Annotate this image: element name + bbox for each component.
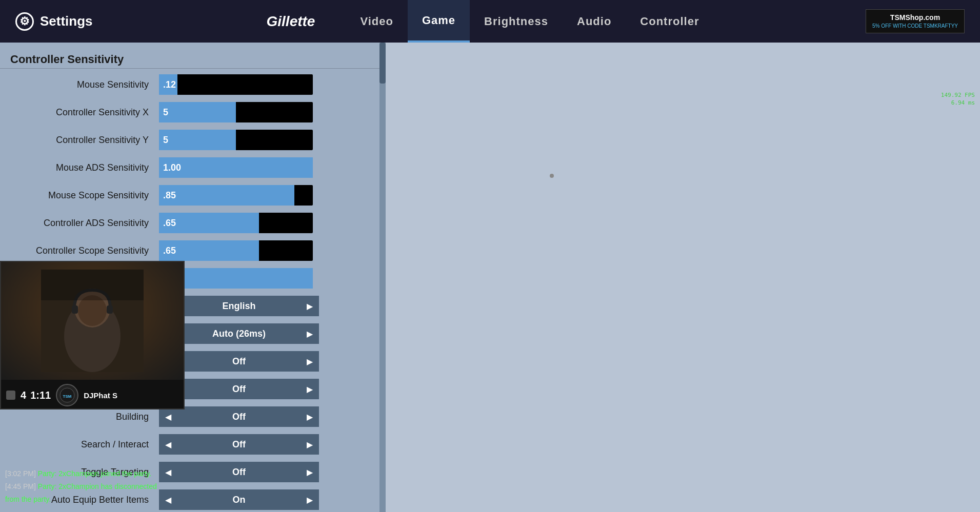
shop-code: 5% OFF WITH CODE TSMKRAFTYY <box>872 23 958 30</box>
setting-control-look-scale[interactable]: 1.00 <box>159 268 369 289</box>
arrow-right-input-latency[interactable]: ▶ <box>301 323 319 344</box>
setting-row-controller-x: Controller Sensitivity X 5 <box>0 98 379 126</box>
setting-label-mouse-scope: Mouse Scope Sensitivity <box>10 190 159 201</box>
toggle-value-search-interact: Off <box>177 434 301 455</box>
svg-rect-6 <box>41 270 144 300</box>
chat-message-2: [4:45 PM] Party: 2xChampion has disconne… <box>5 481 200 492</box>
nav-controller[interactable]: Controller <box>626 0 713 43</box>
setting-label-mouse-ads: Mouse ADS Sensitivity <box>10 162 159 173</box>
scrollbar[interactable] <box>379 43 386 512</box>
setting-control-search-interact[interactable]: ◀ Off ▶ <box>159 434 369 455</box>
mic-icon <box>6 391 15 400</box>
setting-control-language[interactable]: ◀ English ▶ <box>159 296 369 316</box>
arrow-left-building[interactable]: ◀ <box>159 406 177 427</box>
chat-text-1: Party: 2xChampion joined the party. <box>38 469 152 478</box>
slider-mouse-scope[interactable]: .85 <box>159 185 313 206</box>
toggle-value-building: Off <box>177 406 301 427</box>
setting-row-mouse-scope: Mouse Scope Sensitivity .85 <box>0 181 379 209</box>
fps-counter: 149.92 FPS 6.94 ms <box>941 91 975 107</box>
slider-value: .85 <box>163 190 176 201</box>
chat-time-1: [3:02 PM] <box>5 469 36 478</box>
fps-value: 149.92 FPS <box>941 91 975 99</box>
setting-control-mouse-scope[interactable]: .85 <box>159 185 369 206</box>
setting-label-building: Building <box>10 412 159 422</box>
setting-control-mouse-ads[interactable]: 1.00 <box>159 157 369 178</box>
chat-text-2: Party: 2xChampion has disconnected <box>38 482 157 490</box>
setting-label-controller-x: Controller Sensitivity X <box>10 107 159 118</box>
slider-value: 5 <box>163 107 168 118</box>
slider-mouse-ads[interactable]: 1.00 <box>159 157 313 178</box>
arrow-right-search-interact[interactable]: ▶ <box>301 434 319 455</box>
shop-name: TSMShop.com <box>872 13 958 23</box>
settings-title: ⚙ Settings <box>15 12 128 31</box>
slider-value: 5 <box>163 135 168 146</box>
kill-count: 4 <box>21 390 26 401</box>
time-display: 1:11 <box>30 390 51 401</box>
arrow-right-streamer-view[interactable]: ▶ <box>301 351 319 372</box>
setting-control-controller-ads[interactable]: .65 <box>159 213 369 233</box>
settings-label: Settings <box>40 13 93 29</box>
toggle-value-language: English <box>177 296 301 316</box>
setting-row-controller-ads: Controller ADS Sensitivity .65 <box>0 209 379 237</box>
setting-row-controller-y: Controller Sensitivity Y 5 <box>0 126 379 154</box>
section-header: Controller Sensitivity <box>0 48 379 69</box>
setting-control-controller-y[interactable]: 5 <box>159 130 369 150</box>
cursor <box>550 174 554 178</box>
setting-row-mouse-ads: Mouse ADS Sensitivity 1.00 <box>0 154 379 181</box>
setting-label-controller-scope: Controller Scope Sensitivity <box>10 245 159 256</box>
slider-fill <box>159 185 294 206</box>
slider-mouse-sensitivity[interactable]: .12 <box>159 74 313 95</box>
slider-fill <box>159 102 236 122</box>
arrow-right-language[interactable]: ▶ <box>301 296 319 316</box>
chat-text-3: from the party. <box>5 495 51 503</box>
person-silhouette <box>41 270 144 372</box>
slider-controller-x[interactable]: 5 <box>159 102 313 122</box>
setting-control-controller-x[interactable]: 5 <box>159 102 369 122</box>
gear-icon: ⚙ <box>15 12 34 31</box>
shop-banner: TSMShop.com 5% OFF WITH CODE TSMKRAFTYY <box>866 9 965 34</box>
setting-control-building[interactable]: ◀ Off ▶ <box>159 406 369 427</box>
setting-control-streamer-view[interactable]: ◀ Off ▶ <box>159 351 369 372</box>
setting-control-mouse-sensitivity[interactable]: .12 <box>159 74 369 95</box>
streamer-name: DJPhat S <box>84 391 117 400</box>
nav-video[interactable]: Video <box>346 0 408 43</box>
arrow-right-toggle-targeting[interactable]: ▶ <box>301 462 319 482</box>
nav-brightness[interactable]: Brightness <box>470 0 563 43</box>
arrow-right-auto-equip[interactable]: ▶ <box>301 489 319 510</box>
toggle-search-interact[interactable]: ◀ Off ▶ <box>159 434 319 455</box>
chat-message-1: [3:02 PM] Party: 2xChampion joined the p… <box>5 468 200 479</box>
ms-value: 6.94 ms <box>941 99 975 107</box>
toggle-value-footprint: Off <box>177 379 301 399</box>
arrow-left-search-interact[interactable]: ◀ <box>159 434 177 455</box>
setting-label-controller-y: Controller Sensitivity Y <box>10 135 159 146</box>
webcam-info: 4 1:11 <box>21 390 51 401</box>
setting-row-mouse-sensitivity: Mouse Sensitivity .12 <box>0 71 379 98</box>
setting-control-input-latency[interactable]: ◀ Auto (26ms) ▶ <box>159 323 369 344</box>
arrow-right-footprint[interactable]: ▶ <box>301 379 319 399</box>
setting-label-search-interact: Search / Interact <box>10 439 159 450</box>
svg-rect-4 <box>107 305 113 314</box>
nav-game[interactable]: Game <box>408 0 470 43</box>
setting-label-controller-ads: Controller ADS Sensitivity <box>10 218 159 229</box>
toggle-value-streamer-view: Off <box>177 351 301 372</box>
setting-control-footprint[interactable]: ◀ Off ▶ <box>159 379 369 399</box>
slider-controller-y[interactable]: 5 <box>159 130 313 150</box>
webcam-bottom: 4 1:11 TSM DJPhat S <box>1 380 184 409</box>
setting-row-search-interact: Search / Interact ◀ Off ▶ <box>0 431 379 458</box>
tsm-logo: TSM <box>56 384 78 406</box>
header-right: TSMShop.com 5% OFF WITH CODE TSMKRAFTYY <box>852 9 965 34</box>
arrow-right-building[interactable]: ▶ <box>301 406 319 427</box>
slider-value: .12 <box>163 79 176 90</box>
right-area: 149.92 FPS 6.94 ms <box>386 43 980 512</box>
slider-value: 1.00 <box>163 162 181 173</box>
toggle-building[interactable]: ◀ Off ▶ <box>159 406 319 427</box>
scroll-thumb[interactable] <box>379 43 386 84</box>
slider-value: .65 <box>163 218 176 229</box>
header-nav: Gillette Video Game Brightness Audio Con… <box>128 0 852 43</box>
setting-control-controller-scope[interactable]: .65 <box>159 240 369 261</box>
nav-audio[interactable]: Audio <box>563 0 626 43</box>
chat-time-2: [4:45 PM] <box>5 482 36 490</box>
slider-controller-scope[interactable]: .65 <box>159 240 313 261</box>
slider-controller-ads[interactable]: .65 <box>159 213 313 233</box>
header: ⚙ Settings Gillette Video Game Brightnes… <box>0 0 980 43</box>
